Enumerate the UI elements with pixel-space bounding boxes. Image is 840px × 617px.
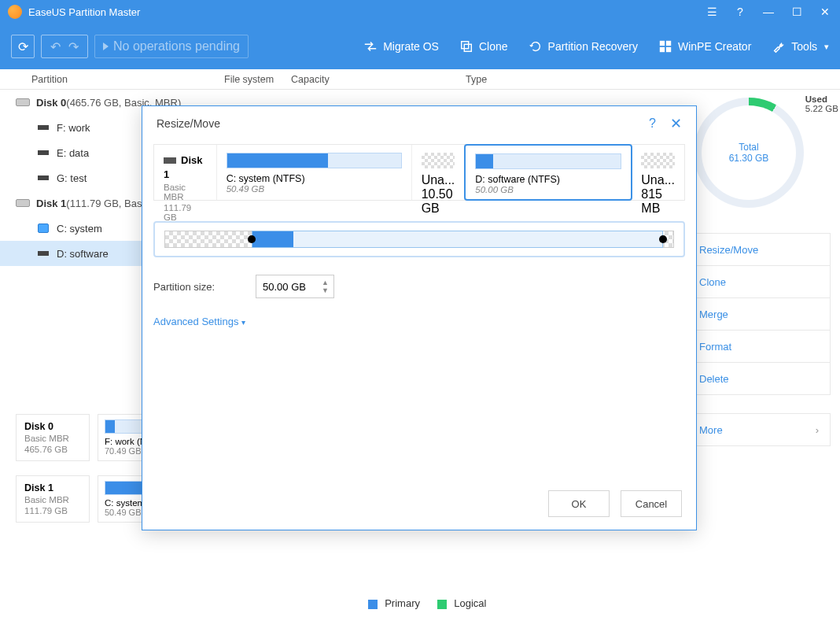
primary-swatch [368,600,378,609]
pending-label: No operations pending [113,39,240,54]
undo-icon[interactable]: ↶ [46,39,64,54]
ok-button[interactable]: OK [548,490,610,517]
col-filesystem: File system [224,74,291,85]
disk0-partition-box[interactable]: F: work (N 70.49 GB [98,414,145,461]
slider-fill [252,231,663,248]
partition-icon [38,125,49,130]
table-header: Partition File system Capacity Type [0,69,840,90]
menu-icon[interactable]: ☰ [705,5,719,19]
partition-size-input[interactable]: 50.00 GB ▲▼ [256,275,334,298]
disk-icon [164,157,176,164]
app-logo-icon [8,5,22,19]
resize-slider[interactable] [153,221,685,257]
disk-icon [16,199,30,207]
chevron-right-icon: › [816,424,819,436]
clone-button[interactable]: Clone [459,39,508,54]
slider-used [252,231,293,247]
col-partition: Partition [31,74,224,85]
chevron-down-icon: ▾ [241,318,245,327]
svg-rect-4 [660,47,665,52]
dialog-close-icon[interactable]: ✕ [670,115,682,132]
disk-icon [16,98,30,106]
disk1-box[interactable]: Disk 1 Basic MBR 111.79 GB [16,475,90,523]
clone-icon [459,39,473,54]
col-type: Type [466,74,840,85]
titlebar: EaseUS Partition Master ☰ ? — ☐ ✕ [0,0,840,24]
logical-swatch [437,600,447,609]
toolbar: ⟳ ↶ ↷ No operations pending Migrate OS C… [0,24,840,69]
migrate-os-button[interactable]: Migrate OS [363,39,439,54]
dialog-help-icon[interactable]: ? [649,116,656,131]
spinner-icon[interactable]: ▲▼ [322,279,329,294]
disk-info-cell: Disk 1 Basic MBR 111.79 GB [154,145,217,200]
help-icon[interactable]: ? [733,5,747,19]
cancel-button[interactable]: Cancel [621,490,682,517]
legend: Primary Logical [0,597,840,609]
partition-icon [38,251,49,256]
slider-handle-right[interactable] [659,235,667,243]
maximize-icon[interactable]: ☐ [790,5,804,19]
svg-rect-0 [462,42,469,49]
partition-icon [38,150,49,155]
tools-dropdown[interactable]: Tools ▾ [772,39,829,54]
unallocated1-cell[interactable]: Una... 10.50 GB [412,145,466,200]
play-icon [103,42,109,50]
svg-rect-2 [660,41,665,46]
svg-rect-3 [666,41,671,46]
execute-button[interactable]: No operations pending [94,35,249,58]
minimize-icon[interactable]: — [761,5,776,19]
used-label: Used 5.22 GB [805,94,838,113]
unallocated2-cell[interactable]: Una... 815 MB [632,145,684,200]
dialog-title: Resize/Move [157,117,220,130]
partition-size-label: Partition size: [153,281,256,293]
migrate-icon [363,39,378,54]
partition-icon [38,175,49,180]
col-capacity: Capacity [291,74,466,85]
partition-c-cell[interactable]: C: system (NTFS) 50.49 GB [217,145,412,200]
advanced-settings-link[interactable]: Advanced Settings▾ [153,316,685,327]
disk-layout-row: Disk 1 Basic MBR 111.79 GB C: system (NT… [153,144,685,201]
refresh-button[interactable]: ⟳ [11,35,35,58]
winpe-icon [658,39,672,54]
tools-icon [772,39,786,54]
svg-rect-5 [666,47,671,52]
redo-icon[interactable]: ↷ [64,39,83,54]
disk1-partition-box[interactable]: C: system 50.49 GB [98,475,145,523]
close-icon[interactable]: ✕ [818,5,832,19]
system-partition-icon [38,224,49,233]
partition-d-cell[interactable]: D: software (NTFS) 50.00 GB [464,144,632,201]
undo-redo-group: ↶ ↷ [41,35,88,58]
slider-handle-left[interactable] [248,235,256,243]
window-title: EaseUS Partition Master [28,6,705,18]
disk0-box[interactable]: Disk 0 Basic MBR 465.76 GB [16,414,90,461]
winpe-creator-button[interactable]: WinPE Creator [658,39,751,54]
chevron-down-icon: ▾ [824,42,829,52]
svg-rect-1 [464,44,471,51]
partition-recovery-button[interactable]: Partition Recovery [529,39,638,54]
resize-move-dialog: Resize/Move ? ✕ Disk 1 Basic MBR 111.79 … [142,105,697,530]
recovery-icon [529,39,543,54]
